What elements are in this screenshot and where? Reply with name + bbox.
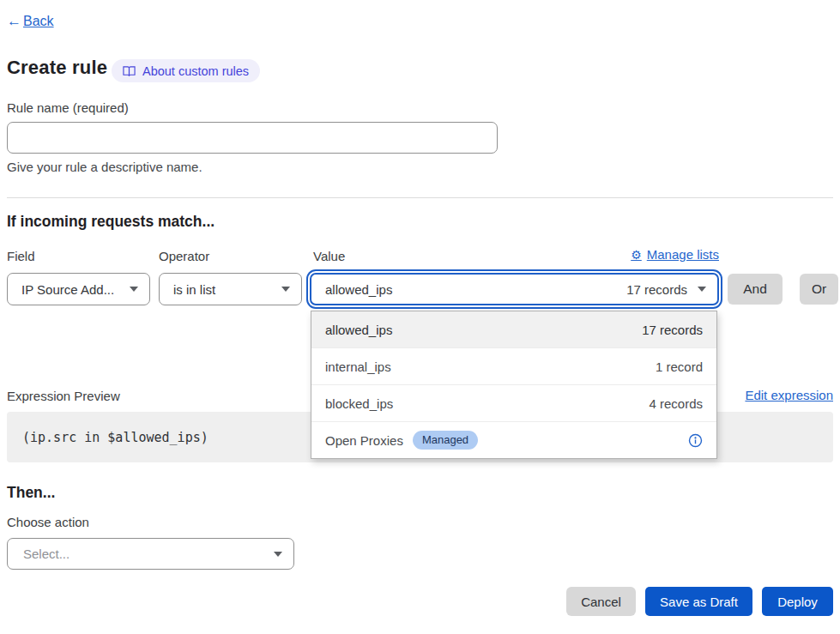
list-item-count: 4 records <box>649 396 703 411</box>
cancel-button[interactable]: Cancel <box>566 587 636 616</box>
expression-code: (ip.src in $allowed_ips) <box>22 412 208 462</box>
about-custom-rules-badge[interactable]: About custom rules <box>112 59 260 82</box>
field-select[interactable]: IP Source Add... <box>7 273 150 305</box>
create-rule-page: ←Back Create rule About custom rules Rul… <box>0 0 840 634</box>
back-label: Back <box>23 14 54 29</box>
deploy-button[interactable]: Deploy <box>762 587 833 616</box>
list-dropdown: allowed_ips 17 records internal_ips 1 re… <box>311 311 717 459</box>
or-button[interactable]: Or <box>800 274 838 305</box>
back-link[interactable]: ←Back <box>7 13 54 30</box>
chevron-down-icon <box>130 287 138 292</box>
list-item-internal-ips[interactable]: internal_ips 1 record <box>311 347 716 384</box>
and-button[interactable]: And <box>728 274 783 305</box>
action-select-placeholder: Select... <box>23 546 69 561</box>
rule-name-input[interactable] <box>7 122 498 154</box>
expression-preview-label: Expression Preview <box>7 389 120 403</box>
chevron-down-icon <box>281 287 290 292</box>
field-select-value: IP Source Add... <box>21 282 114 297</box>
value-label: Value <box>313 249 345 263</box>
chevron-down-icon <box>274 552 282 557</box>
managed-badge: Managed <box>413 431 478 450</box>
field-label: Field <box>7 249 35 263</box>
rule-name-label: Rule name (required) <box>7 100 129 115</box>
about-badge-label: About custom rules <box>142 64 249 78</box>
manage-lists-label: Manage lists <box>647 247 719 262</box>
list-item-count: 1 record <box>656 359 703 374</box>
list-item-name: Open Proxies <box>325 433 403 448</box>
operator-label: Operator <box>159 249 209 263</box>
section-divider <box>7 197 833 198</box>
value-combobox[interactable]: allowed_ips 17 records <box>310 273 719 305</box>
manage-lists-link[interactable]: ⚙ Manage lists <box>631 247 719 262</box>
gear-icon: ⚙ <box>631 248 642 262</box>
arrow-left-icon: ← <box>7 13 21 30</box>
operator-select-value: is in list <box>173 282 215 297</box>
book-icon <box>123 65 136 77</box>
info-icon[interactable] <box>688 433 703 448</box>
list-item-allowed-ips[interactable]: allowed_ips 17 records <box>311 311 716 347</box>
value-selected-name: allowed_ips <box>325 282 626 297</box>
then-heading: Then... <box>7 484 55 502</box>
page-title: Create rule <box>7 57 107 79</box>
edit-expression-link[interactable]: Edit expression <box>745 388 833 402</box>
list-item-name: blocked_ips <box>325 396 393 411</box>
value-selected-count: 17 records <box>626 282 687 297</box>
list-item-name: internal_ips <box>325 359 391 374</box>
operator-select[interactable]: is in list <box>159 273 302 305</box>
list-item-count: 17 records <box>642 323 703 337</box>
list-item-blocked-ips[interactable]: blocked_ips 4 records <box>311 384 716 421</box>
rule-name-helper: Give your rule a descriptive name. <box>7 160 202 174</box>
list-item-open-proxies[interactable]: Open Proxies Managed <box>311 421 716 458</box>
match-section-heading: If incoming requests match... <box>7 213 215 231</box>
save-as-draft-button[interactable]: Save as Draft <box>645 587 752 616</box>
action-select[interactable]: Select... <box>7 538 294 570</box>
list-item-name: allowed_ips <box>325 323 392 337</box>
chevron-down-icon <box>698 287 706 292</box>
choose-action-label: Choose action <box>7 515 89 529</box>
